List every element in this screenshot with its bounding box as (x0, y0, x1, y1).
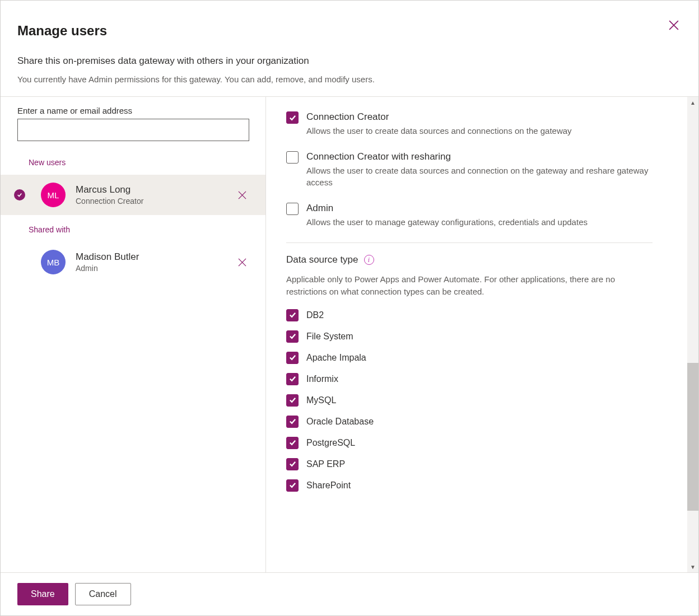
data-source-label: SAP ERP (306, 459, 345, 469)
avatar: MB (41, 250, 66, 274)
page-title: Manage users (17, 23, 682, 39)
data-source-item: Oracle Database (286, 416, 653, 428)
chevron-up-icon[interactable]: ▲ (687, 97, 698, 108)
role-label: Connection Creator with resharing (306, 151, 653, 162)
data-source-checkbox[interactable] (286, 416, 299, 428)
role-description: Allows the user to manage gateway config… (306, 216, 588, 228)
user-role: Connection Creator (76, 197, 234, 206)
data-source-item: SharePoint (286, 479, 653, 492)
data-source-label: Informix (306, 374, 338, 384)
data-source-checkbox[interactable] (286, 373, 299, 385)
selected-indicator-icon (14, 189, 25, 200)
data-source-checkbox[interactable] (286, 458, 299, 470)
role-label: Admin (306, 203, 588, 214)
data-source-checkbox[interactable] (286, 309, 299, 321)
role-checkbox[interactable] (286, 111, 299, 124)
user-row[interactable]: MB Madison Butler Admin (1, 242, 265, 282)
data-source-label: MySQL (306, 395, 336, 405)
data-source-item: MySQL (286, 394, 653, 407)
data-source-checkbox[interactable] (286, 330, 299, 343)
role-description: Allows the user to create data sources a… (306, 165, 653, 188)
data-source-label: Apache Impala (306, 353, 366, 363)
close-icon (238, 191, 246, 199)
data-source-checkbox[interactable] (286, 352, 299, 364)
user-name: Madison Butler (76, 251, 234, 263)
data-source-label: Oracle Database (306, 417, 374, 427)
permissions-note: You currently have Admin permissions for… (17, 74, 682, 84)
manage-users-dialog: Manage users Share this on-premises data… (0, 0, 699, 616)
remove-user-button[interactable] (234, 187, 250, 203)
data-source-item: SAP ERP (286, 458, 653, 470)
dialog-header: Manage users Share this on-premises data… (1, 1, 698, 97)
data-source-item: Informix (286, 373, 653, 385)
data-source-label: PostgreSQL (306, 438, 355, 448)
role-option-connection-creator: Connection Creator Allows the user to cr… (286, 111, 653, 137)
data-source-label: DB2 (306, 310, 324, 320)
role-option-connection-creator-resharing: Connection Creator with resharing Allows… (286, 151, 653, 188)
data-source-label: SharePoint (306, 480, 351, 491)
dialog-body: Enter a name or email address New users … (1, 97, 698, 572)
name-email-input[interactable] (17, 119, 249, 141)
user-role: Admin (76, 264, 234, 273)
dialog-footer: Share Cancel (1, 572, 698, 615)
role-checkbox[interactable] (286, 203, 299, 215)
data-source-type-note: Applicable only to Power Apps and Power … (286, 273, 653, 298)
user-name: Marcus Long (76, 184, 234, 195)
close-button[interactable] (665, 16, 683, 34)
role-option-admin: Admin Allows the user to manage gateway … (286, 203, 653, 228)
scrollbar-thumb[interactable] (687, 363, 698, 511)
data-source-checkbox[interactable] (286, 394, 299, 407)
data-source-item: Apache Impala (286, 352, 653, 364)
shared-with-header: Shared with (1, 215, 265, 242)
share-button[interactable]: Share (17, 583, 68, 605)
data-source-item: File System (286, 330, 653, 343)
data-source-label: File System (306, 332, 353, 342)
close-icon (669, 20, 679, 30)
name-input-label: Enter a name or email address (17, 106, 249, 115)
data-source-item: PostgreSQL (286, 437, 653, 449)
close-icon (238, 258, 246, 267)
scrollbar-track[interactable]: ▲ ▼ (687, 97, 698, 572)
new-users-header: New users (1, 148, 265, 175)
divider (286, 242, 653, 243)
user-row[interactable]: ML Marcus Long Connection Creator (1, 175, 265, 215)
data-source-type-title: Data source type (286, 254, 358, 265)
role-description: Allows the user to create data sources a… (306, 125, 572, 137)
data-source-checkbox[interactable] (286, 479, 299, 492)
cancel-button[interactable]: Cancel (75, 583, 131, 605)
page-subtitle: Share this on-premises data gateway with… (17, 55, 682, 67)
permissions-panel: ▲ ▼ Connection Creator Allows the user t… (266, 97, 698, 572)
users-panel: Enter a name or email address New users … (1, 97, 266, 572)
data-source-item: DB2 (286, 309, 653, 321)
remove-user-button[interactable] (234, 254, 250, 270)
avatar: ML (41, 183, 66, 207)
data-source-checkbox[interactable] (286, 437, 299, 449)
role-label: Connection Creator (306, 111, 572, 123)
info-icon[interactable]: i (364, 255, 374, 265)
role-checkbox[interactable] (286, 151, 299, 164)
chevron-down-icon[interactable]: ▼ (687, 561, 698, 572)
